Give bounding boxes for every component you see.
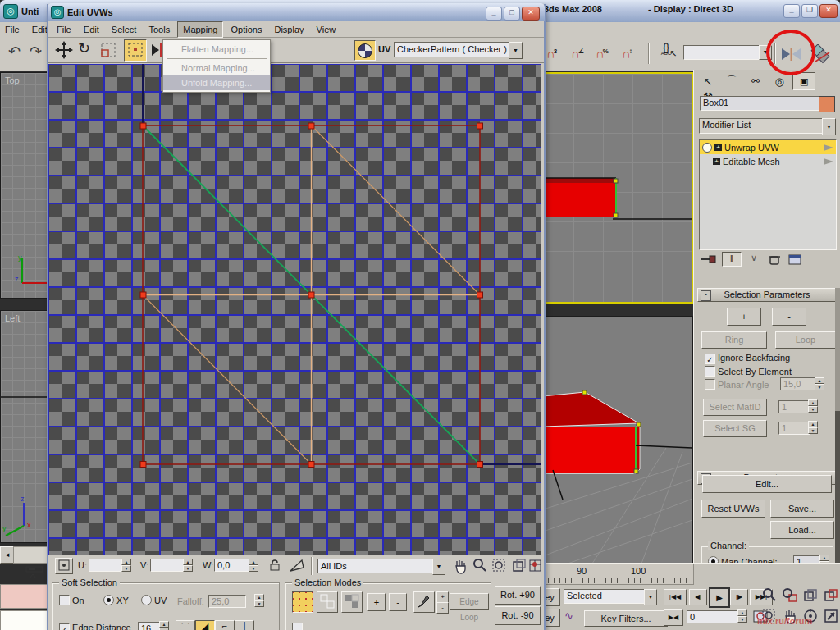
maxscript-listener-field[interactable] (0, 610, 48, 630)
pelt-arrow-icon[interactable] (288, 558, 306, 576)
remove-modifier-icon[interactable] (766, 252, 784, 267)
uvw-menu-file[interactable]: File (52, 22, 76, 37)
uvw-menu-options[interactable]: Options (226, 22, 267, 37)
falloff-curve-2-icon[interactable]: ◢ (195, 620, 215, 630)
planar-angle-spinner[interactable] (815, 377, 824, 390)
redo-icon[interactable]: ↷ (30, 43, 42, 61)
main-minimize-button[interactable]: _ (783, 4, 800, 18)
rollout-selection-parameters[interactable]: - Selection Parameters (697, 288, 837, 302)
all-ids-dropdown-arrow[interactable]: ▼ (432, 559, 445, 575)
play-button[interactable]: ▶ (709, 587, 730, 608)
uv-diagonal-edge-bottom-left[interactable] (143, 295, 312, 465)
planar-angle-field[interactable]: 15,0 (780, 377, 816, 390)
uvw-close-button[interactable]: ✕ (522, 7, 540, 21)
object-color-swatch[interactable] (819, 96, 835, 112)
falloff-field[interactable]: 25,0 (208, 595, 246, 608)
angle-snap-icon[interactable]: ∩∠ (571, 44, 584, 62)
make-unique-icon[interactable]: ∨ (744, 253, 764, 266)
select-matid-button[interactable]: Select MatID (703, 399, 767, 416)
u-field[interactable] (89, 559, 125, 572)
tab-hierarchy-icon[interactable]: ⚯ (745, 75, 766, 87)
paint-grow-button[interactable]: + (436, 591, 449, 603)
modifier-list-dropdown[interactable]: Modifier List (699, 118, 829, 134)
all-ids-dropdown[interactable]: All IDs (317, 559, 439, 573)
scale-tool-icon[interactable] (99, 41, 119, 61)
edge-loop-button[interactable]: Edge Loop (450, 593, 489, 610)
current-frame-spinner[interactable] (737, 609, 747, 623)
paint-select-icon[interactable] (413, 591, 435, 613)
grow-selection-button[interactable]: + (727, 308, 761, 326)
main-restore-button[interactable]: ❐ (801, 4, 818, 18)
viewport-left-label[interactable]: Left (5, 313, 20, 323)
xy-radio[interactable] (103, 595, 114, 605)
command-panel-scrollbar[interactable] (835, 288, 840, 583)
uvw-titlebar[interactable]: ◎ Edit UVWs _ □ ✕ (48, 3, 545, 21)
tab-motion-icon[interactable]: ◎ (769, 75, 790, 88)
falloff-curve-4-icon[interactable]: ⌡ (235, 620, 254, 630)
stack-item-label[interactable]: Unwrap UVW (724, 143, 821, 153)
configure-modifier-sets-icon[interactable] (787, 252, 806, 267)
uv-zoom-icon[interactable] (472, 558, 488, 576)
sg-spinner[interactable] (808, 421, 818, 434)
pin-stack-icon[interactable] (698, 252, 719, 267)
uv-zoom-to-gizmo-icon[interactable] (529, 558, 542, 576)
edge-mode-icon[interactable] (317, 591, 338, 613)
selection-set-dropdown[interactable]: Selected (564, 589, 651, 604)
ignore-backfacing-checkbox[interactable] (705, 354, 715, 364)
absolute-mode-icon[interactable] (55, 558, 73, 574)
tab-create-icon[interactable]: ↖ (697, 75, 719, 88)
falloff-curve-3-icon[interactable]: ⌐ (215, 620, 235, 630)
loop-button[interactable]: Loop (775, 331, 836, 349)
vertex-mode-icon[interactable] (292, 591, 313, 613)
planar-angle-checkbox[interactable] (705, 379, 715, 390)
viewport-front[interactable] (542, 72, 693, 304)
uvw-menu-tools[interactable]: Tools (144, 22, 175, 37)
falloff-curve-1-icon[interactable]: ⌒ (176, 620, 195, 630)
tab-modify-icon[interactable]: ⌒ (721, 74, 742, 89)
zoom-icon[interactable] (761, 587, 778, 605)
face-mode-icon[interactable] (341, 591, 363, 613)
w-field[interactable]: 0,0 (214, 559, 252, 572)
rotate-minus-90-button[interactable]: Rot. -90 (495, 606, 541, 625)
viewport-perspective[interactable] (542, 316, 693, 564)
rotate-plus-90-button[interactable]: Rot. +90 (495, 586, 541, 605)
modifier-list-dropdown-arrow[interactable]: ▼ (822, 118, 836, 135)
freeform-mode-icon[interactable] (124, 39, 147, 62)
timeline-ruler[interactable]: 90 100 (542, 564, 694, 585)
falloff-spinner[interactable] (254, 594, 264, 607)
zoom-extents-icon[interactable] (802, 587, 819, 605)
uv-coords-button[interactable]: UV (378, 44, 390, 54)
pattern-dropdown[interactable]: CheckerPattern ( Checker ) (394, 42, 515, 57)
grow-mode-button[interactable]: + (368, 593, 386, 611)
lock-selection-icon[interactable] (268, 558, 281, 574)
v-field[interactable] (150, 559, 186, 572)
object-name-field[interactable]: Box01 (700, 96, 819, 111)
show-end-result-icon[interactable]: ‖ (722, 252, 742, 267)
uv-diagonal-edge-top-right[interactable] (312, 126, 481, 295)
stack-row-unwrap-uvw[interactable]: + Unwrap UVW (700, 140, 836, 154)
zoom-extents-all-icon[interactable] (823, 587, 839, 605)
uvw-menu-view[interactable]: View (312, 22, 341, 37)
stack-item-label[interactable]: Editable Mesh (723, 157, 821, 167)
snap-toggle-icon[interactable]: ∩3 (546, 44, 557, 62)
uvw-maximize-button[interactable]: □ (504, 7, 520, 21)
prev-frame-button[interactable]: ◀| (689, 589, 707, 605)
spinner-snap-icon[interactable]: ∩↕ (622, 44, 632, 62)
selection-set-dropdown-arrow[interactable]: ▼ (644, 589, 657, 605)
main-menu-file[interactable]: File (0, 22, 25, 37)
key-filters-button[interactable]: Key Filters... (584, 610, 668, 627)
uv-canvas[interactable] (48, 64, 541, 555)
soft-selection-on-checkbox[interactable] (59, 595, 70, 605)
select-element-checkbox[interactable] (292, 623, 303, 630)
reset-uvws-button[interactable]: Reset UVWs (701, 500, 765, 518)
viewport-top[interactable]: Top y z (0, 72, 48, 299)
menu-item-unfold-mapping[interactable]: Unfold Mapping... (163, 75, 270, 90)
key-mode-toggle-button[interactable]: ▶◀ (664, 609, 683, 626)
next-frame-button[interactable]: |▶ (730, 589, 748, 605)
select-sg-button[interactable]: Select SG (703, 420, 767, 437)
uvw-menu-mapping[interactable]: Mapping (177, 21, 223, 38)
uv-zoom-extents-icon[interactable] (511, 558, 527, 576)
w-spinner[interactable] (249, 559, 258, 572)
zoom-all-icon[interactable] (782, 587, 798, 605)
uvw-menu-display[interactable]: Display (269, 22, 308, 37)
